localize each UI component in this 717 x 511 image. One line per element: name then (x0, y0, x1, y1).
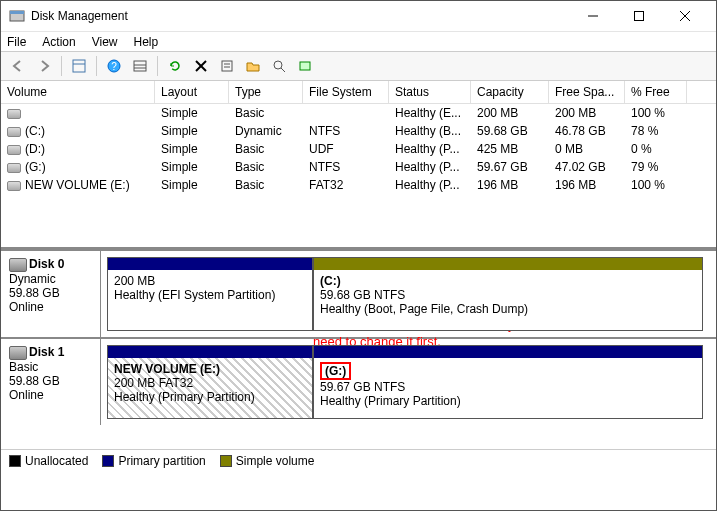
volume-row[interactable]: NEW VOLUME (E:)SimpleBasicFAT32Healthy (… (1, 176, 716, 194)
legend-primary: Primary partition (102, 454, 205, 468)
show-hide-button[interactable] (68, 55, 90, 77)
config-button[interactable] (294, 55, 316, 77)
window-title: Disk Management (31, 9, 570, 23)
app-icon (9, 8, 25, 24)
svg-rect-3 (635, 12, 644, 21)
svg-rect-1 (10, 11, 24, 14)
partition[interactable]: NEW VOLUME (E:)200 MB FAT32Healthy (Prim… (107, 345, 313, 419)
menubar: File Action View Help (1, 31, 716, 51)
svg-rect-20 (300, 62, 310, 70)
partition[interactable]: (C:)59.68 GB NTFSHealthy (Boot, Page Fil… (313, 257, 703, 331)
volume-list-header: Volume Layout Type File System Status Ca… (1, 81, 716, 104)
col-freespace[interactable]: Free Spa... (549, 81, 625, 103)
forward-button[interactable] (33, 55, 55, 77)
volume-list: Volume Layout Type File System Status Ca… (1, 81, 716, 249)
open-button[interactable] (242, 55, 264, 77)
partition[interactable]: (G:)59.67 GB NTFSHealthy (Primary Partit… (313, 345, 703, 419)
disk-icon (9, 346, 27, 360)
legend: Unallocated Primary partition Simple vol… (1, 449, 716, 471)
svg-rect-6 (73, 60, 85, 72)
svg-text:?: ? (111, 61, 117, 72)
col-capacity[interactable]: Capacity (471, 81, 549, 103)
toolbar: ? (1, 51, 716, 81)
disk-header[interactable]: Disk 1Basic59.88 GBOnline (1, 339, 101, 425)
svg-rect-10 (134, 61, 146, 71)
legend-unallocated: Unallocated (9, 454, 88, 468)
volume-row[interactable]: (D:)SimpleBasicUDFHealthy (P...425 MB0 M… (1, 140, 716, 158)
disk-header[interactable]: Disk 0Dynamic59.88 GBOnline (1, 251, 101, 337)
disk-icon (9, 258, 27, 272)
help-button[interactable]: ? (103, 55, 125, 77)
back-button[interactable] (7, 55, 29, 77)
disk-map: If the drive letter is 'A' after clone, … (1, 249, 716, 449)
drive-icon (7, 109, 21, 119)
drive-icon (7, 127, 21, 137)
cancel-button[interactable] (190, 55, 212, 77)
menu-help[interactable]: Help (134, 35, 159, 49)
volume-row[interactable]: (G:)SimpleBasicNTFSHealthy (P...59.67 GB… (1, 158, 716, 176)
svg-point-18 (274, 61, 282, 69)
minimize-button[interactable] (570, 1, 616, 31)
col-volume[interactable]: Volume (1, 81, 155, 103)
menu-action[interactable]: Action (42, 35, 75, 49)
drive-icon (7, 181, 21, 191)
drive-icon (7, 145, 21, 155)
properties-button[interactable] (216, 55, 238, 77)
window-controls (570, 1, 708, 31)
close-button[interactable] (662, 1, 708, 31)
maximize-button[interactable] (616, 1, 662, 31)
partition[interactable]: 200 MBHealthy (EFI System Partition) (107, 257, 313, 331)
refresh-button[interactable] (164, 55, 186, 77)
titlebar: Disk Management (1, 1, 716, 31)
col-filesystem[interactable]: File System (303, 81, 389, 103)
col-pctfree[interactable]: % Free (625, 81, 687, 103)
col-layout[interactable]: Layout (155, 81, 229, 103)
volume-row[interactable]: SimpleBasicHealthy (E...200 MB200 MB100 … (1, 104, 716, 122)
drive-icon (7, 163, 21, 173)
volume-row[interactable]: (C:)SimpleDynamicNTFSHealthy (B...59.68 … (1, 122, 716, 140)
svg-line-19 (281, 68, 285, 72)
col-status[interactable]: Status (389, 81, 471, 103)
disk-row: Disk 1Basic59.88 GBOnlineNEW VOLUME (E:)… (1, 337, 716, 425)
settings-button[interactable] (129, 55, 151, 77)
col-type[interactable]: Type (229, 81, 303, 103)
legend-simple: Simple volume (220, 454, 315, 468)
menu-file[interactable]: File (7, 35, 26, 49)
disk-row: Disk 0Dynamic59.88 GBOnline200 MBHealthy… (1, 249, 716, 337)
menu-view[interactable]: View (92, 35, 118, 49)
svg-rect-15 (222, 61, 232, 71)
search-button[interactable] (268, 55, 290, 77)
